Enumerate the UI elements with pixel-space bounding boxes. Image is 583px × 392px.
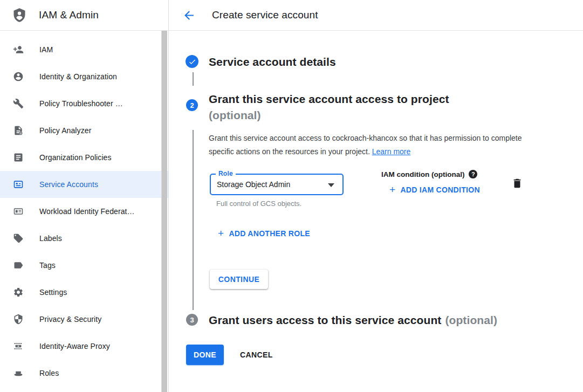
shield-half-icon xyxy=(13,314,24,325)
learn-more-link[interactable]: Learn more xyxy=(372,147,411,156)
sidebar-item-label: Labels xyxy=(39,234,62,243)
product-header: IAM & Admin xyxy=(0,0,169,30)
sidebar-item-label: Identity-Aware Proxy xyxy=(39,342,110,350)
sidebar-item-label: Roles xyxy=(39,369,59,377)
sidebar-item-privacy-security[interactable]: Privacy & Security xyxy=(0,306,168,333)
sidebar-item-label: Identity & Organization xyxy=(39,72,117,81)
check-icon xyxy=(188,58,196,66)
step3-title-text: Grant users access to this service accou… xyxy=(209,314,441,326)
add-another-role-button[interactable]: + ADD ANOTHER ROLE xyxy=(218,228,310,238)
sidebar-scrollbar[interactable] xyxy=(161,31,167,392)
continue-button[interactable]: CONTINUE xyxy=(210,270,268,289)
sidebar-item-label: Settings xyxy=(39,288,67,297)
top-bar: IAM & Admin Create service account xyxy=(0,0,583,31)
plus-icon: + xyxy=(389,184,395,195)
sidebar-item-identity-aware-proxy[interactable]: Identity-Aware Proxy xyxy=(0,333,168,360)
iam-condition-label: IAM condition (optional) ? xyxy=(381,170,477,178)
step3-title: Grant users access to this service accou… xyxy=(209,312,497,328)
help-icon[interactable]: ? xyxy=(469,170,477,178)
delete-role-button[interactable] xyxy=(511,177,524,190)
product-title: IAM & Admin xyxy=(39,9,99,21)
proxy-icon xyxy=(13,341,24,352)
add-another-role-label: ADD ANOTHER ROLE xyxy=(229,229,310,238)
step2-title-text: Grant this service account access to pro… xyxy=(209,93,449,105)
iam-admin-app: IAM & Admin Create service account IAMId… xyxy=(0,0,583,392)
stepper-connector xyxy=(193,72,194,86)
card-icon xyxy=(13,206,24,217)
step2-description: Grant this service account access to coc… xyxy=(209,132,531,159)
cancel-button[interactable]: CANCEL xyxy=(234,345,279,365)
account-circle-icon xyxy=(13,71,24,82)
step1-title: Service account details xyxy=(209,54,336,70)
sidebar-item-service-accounts[interactable]: Service Accounts xyxy=(0,171,168,198)
sidebar-item-label: Policy Troubleshooter … xyxy=(39,99,123,108)
role-select-label: Role xyxy=(216,170,236,177)
add-iam-condition-button[interactable]: + ADD IAM CONDITION xyxy=(389,184,480,195)
iam-condition-label-text: IAM condition (optional) xyxy=(381,170,464,178)
sidebar-item-label: Service Accounts xyxy=(39,180,98,189)
sidebar-item-label: Organization Policies xyxy=(39,153,112,162)
role-helper-text: Full control of GCS objects. xyxy=(216,200,301,208)
role-select-value: Storage Object Admin xyxy=(217,180,290,189)
back-button[interactable] xyxy=(182,8,196,22)
step1-complete-badge xyxy=(186,55,198,68)
sidebar-item-iam[interactable]: IAM xyxy=(0,36,168,63)
sidebar-item-labels[interactable]: Labels xyxy=(0,225,168,252)
step2-title: Grant this service account access to pro… xyxy=(209,91,449,123)
dropdown-caret-icon xyxy=(328,183,334,187)
sidebar-item-settings[interactable]: Settings xyxy=(0,279,168,306)
label-icon xyxy=(13,233,24,244)
gear-icon xyxy=(13,287,24,298)
sidebar-item-tags[interactable]: Tags xyxy=(0,252,168,279)
document-icon xyxy=(13,152,24,163)
step3-badge: 3 xyxy=(186,314,198,326)
sidebar-nav: IAMIdentity & OrganizationPolicy Trouble… xyxy=(0,31,168,387)
sidebar-item-roles[interactable]: Roles xyxy=(0,360,168,387)
sidebar-item-label: Privacy & Security xyxy=(39,315,101,324)
tag-arrow-icon xyxy=(13,260,24,271)
sidebar-item-label: Workload Identity Federat… xyxy=(39,207,135,216)
step2-description-text: Grant this service account access to coc… xyxy=(209,134,522,156)
page-title: Create service account xyxy=(212,9,318,21)
sidebar-item-organization-policies[interactable]: Organization Policies xyxy=(0,144,168,171)
sidebar-item-identity-organization[interactable]: Identity & Organization xyxy=(0,63,168,90)
sidebar-item-label: IAM xyxy=(39,45,53,54)
create-service-account-form: Service account details 2 Grant this ser… xyxy=(169,31,583,392)
add-iam-condition-label: ADD IAM CONDITION xyxy=(400,185,479,194)
sidebar-item-policy-analyzer[interactable]: Policy Analyzer xyxy=(0,117,168,144)
sidebar-item-label: Tags xyxy=(39,261,56,270)
iam-shield-logo-icon xyxy=(12,8,27,23)
stepper-connector xyxy=(193,130,194,310)
sidebar: IAMIdentity & OrganizationPolicy Trouble… xyxy=(0,31,169,392)
step2-optional-label: (optional) xyxy=(209,107,449,123)
sidebar-item-workload-identity-federat[interactable]: Workload Identity Federat… xyxy=(0,198,168,225)
done-button[interactable]: DONE xyxy=(186,345,224,365)
step3-optional-label: (optional) xyxy=(445,314,497,326)
arrow-back-icon xyxy=(182,9,196,22)
step2-badge: 2 xyxy=(186,99,198,111)
plus-icon: + xyxy=(218,228,224,238)
sidebar-item-label: Policy Analyzer xyxy=(39,126,91,135)
service-account-icon xyxy=(13,179,24,190)
trash-icon xyxy=(511,177,524,189)
wrench-icon xyxy=(13,98,24,109)
page-header: Create service account xyxy=(169,0,583,30)
role-select[interactable]: Role Storage Object Admin xyxy=(210,174,344,195)
sidebar-item-policy-troubleshooter[interactable]: Policy Troubleshooter … xyxy=(0,90,168,117)
roles-hat-icon xyxy=(13,368,24,379)
policy-analyzer-icon xyxy=(13,125,24,136)
person-add-icon xyxy=(13,44,24,55)
